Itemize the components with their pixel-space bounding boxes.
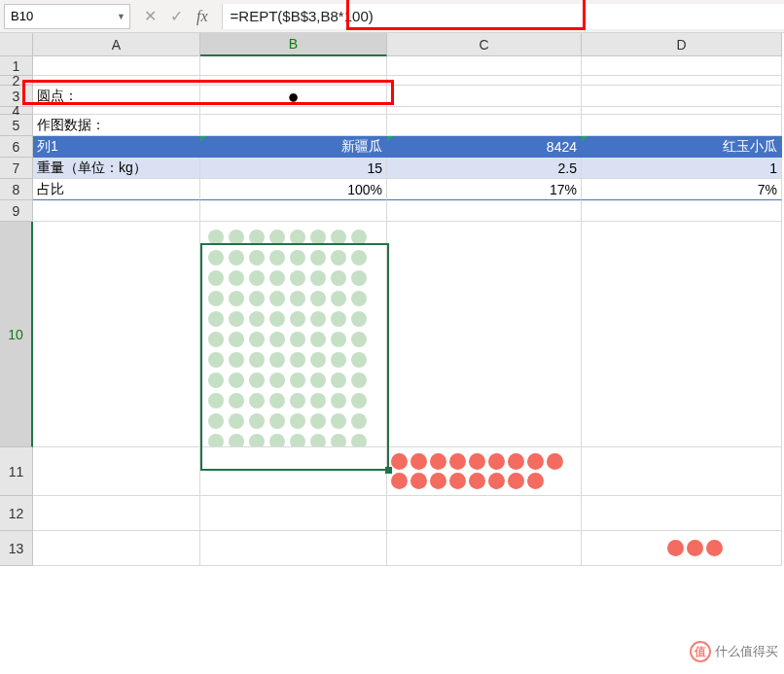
- cell-b6[interactable]: 新疆瓜: [200, 136, 387, 158]
- cell-c13[interactable]: [387, 531, 582, 566]
- cell-c2[interactable]: [387, 76, 582, 86]
- fill-handle[interactable]: [385, 467, 392, 474]
- error-indicator-icon: [387, 136, 393, 142]
- cell-b3[interactable]: ●: [200, 86, 387, 107]
- row-header-10[interactable]: 10: [0, 222, 33, 447]
- cell-d7[interactable]: 1: [582, 158, 782, 179]
- col-header-d[interactable]: D: [582, 33, 782, 56]
- cell-b10[interactable]: [200, 222, 387, 447]
- row-header-2[interactable]: 2: [0, 76, 33, 86]
- error-indicator-icon: [582, 136, 588, 142]
- cell-a9[interactable]: [33, 200, 200, 222]
- cell-a10[interactable]: [33, 222, 200, 447]
- formula-text: =REPT($B$3,B8*100): [231, 8, 374, 24]
- cell-a5[interactable]: 作图数据：: [33, 115, 200, 136]
- name-box-value: B10: [11, 9, 33, 23]
- rept-dots-d13: [582, 540, 781, 556]
- cell-a1[interactable]: [33, 56, 200, 76]
- cell-d5[interactable]: [582, 115, 782, 136]
- cell-b1[interactable]: [200, 56, 387, 76]
- row-header-5[interactable]: 5: [0, 115, 33, 136]
- col-header-a[interactable]: A: [33, 33, 200, 56]
- cell-b8[interactable]: 100%: [200, 179, 387, 200]
- overflow-fade: [561, 447, 581, 495]
- row-header-6[interactable]: 6: [0, 136, 33, 158]
- cell-a6[interactable]: 列1: [33, 136, 200, 158]
- cell-d13[interactable]: [582, 531, 782, 566]
- cell-c11[interactable]: [387, 447, 582, 496]
- cell-b11[interactable]: [200, 447, 387, 496]
- cell-a12[interactable]: [33, 496, 200, 531]
- cell-c5[interactable]: [387, 115, 582, 136]
- cancel-icon[interactable]: ✕: [144, 7, 157, 25]
- cell-c4[interactable]: [387, 107, 582, 115]
- cell-a7[interactable]: 重量（单位：kg）: [33, 158, 200, 179]
- cell-b4[interactable]: [200, 107, 387, 115]
- select-all-corner[interactable]: [0, 33, 33, 56]
- cell-d10[interactable]: [582, 222, 782, 447]
- watermark-text: 什么值得买: [715, 643, 778, 660]
- cell-b7[interactable]: 15: [200, 158, 387, 179]
- cell-c6[interactable]: 8424: [387, 136, 582, 158]
- cell-a8[interactable]: 占比: [33, 179, 200, 200]
- row-header-11[interactable]: 11: [0, 447, 33, 496]
- row-header-13[interactable]: 13: [0, 531, 33, 566]
- cell-c3[interactable]: [387, 86, 582, 107]
- cell-c10[interactable]: [387, 222, 582, 447]
- row-header-7[interactable]: 7: [0, 158, 33, 179]
- cell-d6[interactable]: 红玉小瓜: [582, 136, 782, 158]
- cell-a4[interactable]: [33, 107, 200, 115]
- fx-icon[interactable]: fx: [196, 8, 208, 25]
- watermark: 值 什么值得买: [690, 641, 778, 662]
- cell-d2[interactable]: [582, 76, 782, 86]
- cell-d1[interactable]: [582, 56, 782, 76]
- name-box[interactable]: B10 ▼: [4, 4, 130, 29]
- cell-b2[interactable]: [200, 76, 387, 86]
- dropdown-icon[interactable]: ▼: [117, 12, 125, 21]
- cell-b13[interactable]: [200, 531, 387, 566]
- rept-dots-red: [387, 447, 581, 495]
- error-indicator-icon: [200, 136, 206, 142]
- rept-dots-green: [200, 222, 386, 446]
- cell-c8[interactable]: 17%: [387, 179, 582, 200]
- cell-c12[interactable]: [387, 496, 582, 531]
- cell-d3[interactable]: [582, 86, 782, 107]
- cell-a13[interactable]: [33, 531, 200, 566]
- row-header-9[interactable]: 9: [0, 200, 33, 222]
- cell-d12[interactable]: [582, 496, 782, 531]
- row-header-8[interactable]: 8: [0, 179, 33, 200]
- cell-b12[interactable]: [200, 496, 387, 531]
- cell-b5[interactable]: [200, 115, 387, 136]
- cell-d9[interactable]: [582, 200, 782, 222]
- cell-a3[interactable]: 圆点：: [33, 86, 200, 107]
- cell-a11[interactable]: [33, 447, 200, 496]
- cell-d4[interactable]: [582, 107, 782, 115]
- confirm-icon[interactable]: ✓: [170, 7, 183, 25]
- worksheet[interactable]: A B C D 1 2 3 圆点： ● 4 5 作图数据： 6 列1 新疆瓜 8…: [0, 33, 784, 566]
- dot-symbol: ●: [287, 87, 299, 106]
- cell-a2[interactable]: [33, 76, 200, 86]
- formula-input[interactable]: =REPT($B$3,B8*100): [222, 4, 784, 29]
- row-header-4[interactable]: 4: [0, 107, 33, 115]
- watermark-logo-icon: 值: [690, 641, 711, 662]
- cell-c9[interactable]: [387, 200, 582, 222]
- formula-buttons: ✕ ✓ fx: [130, 7, 222, 25]
- col-header-c[interactable]: C: [387, 33, 582, 56]
- formula-bar: B10 ▼ ✕ ✓ fx =REPT($B$3,B8*100): [0, 0, 784, 33]
- cell-c1[interactable]: [387, 56, 582, 76]
- cell-d8[interactable]: 7%: [582, 179, 782, 200]
- col-header-b[interactable]: B: [200, 33, 387, 56]
- cell-d11[interactable]: [582, 447, 782, 496]
- cell-b9[interactable]: [200, 200, 387, 222]
- row-header-12[interactable]: 12: [0, 496, 33, 531]
- cell-c7[interactable]: 2.5: [387, 158, 582, 179]
